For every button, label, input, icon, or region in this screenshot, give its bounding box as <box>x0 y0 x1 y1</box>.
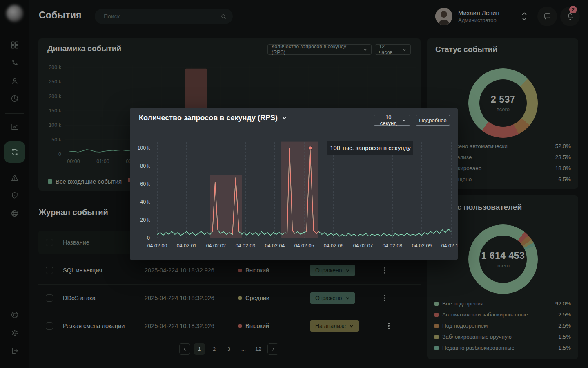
svg-text:250 k: 250 k <box>49 79 61 85</box>
pie-chart-icon <box>10 94 19 103</box>
user-name: Михаил Левин <box>458 9 499 16</box>
table-row[interactable]: Резкая смена локации 2025-04-224 10:18:3… <box>38 312 421 340</box>
legend-percent: 2.5% <box>558 312 571 318</box>
sidebar-item-dashboard[interactable] <box>7 37 23 53</box>
app-window: События Михаил Левин Администратор 2 Дин… <box>0 0 588 368</box>
sidebar-divider <box>5 113 24 114</box>
row-checkbox[interactable] <box>46 267 53 274</box>
sidebar-item-logout[interactable] <box>7 343 23 359</box>
legend-percent: 6.5% <box>558 176 571 182</box>
next-page-button[interactable] <box>267 343 278 355</box>
legend-item: Автоматически заблокированные2.5% <box>434 312 571 318</box>
legend-swatch <box>48 179 52 184</box>
rps-modal: Количество запросов в секунду (RPS) 10 с… <box>130 108 458 260</box>
messages-button[interactable] <box>537 7 557 26</box>
globe-icon <box>10 209 19 218</box>
page-button-2[interactable]: 2 <box>209 343 220 355</box>
avatar[interactable] <box>435 8 452 25</box>
svg-text:04:02:10: 04:02:10 <box>441 243 458 249</box>
table-row[interactable]: SQL инъекция 2025-04-224 10:18:32.926 Вы… <box>38 256 421 284</box>
status-dropdown[interactable]: Отражено <box>310 265 355 276</box>
sidebar-item-network[interactable] <box>7 205 23 222</box>
legend-percent: 2.5% <box>558 323 571 329</box>
sidebar-item-reports[interactable] <box>7 90 23 107</box>
legend-label: Автоматически заблокированные <box>442 312 528 318</box>
user-icon <box>10 76 19 85</box>
user-status-total: 1 614 453 <box>481 250 525 261</box>
gear-icon <box>10 328 19 337</box>
row-menu-button[interactable] <box>381 267 389 274</box>
svg-text:40 k: 40 k <box>140 199 150 205</box>
svg-text:04:02:03: 04:02:03 <box>236 243 256 249</box>
shield-icon <box>10 191 19 200</box>
journal-title: Журнал событий <box>39 208 108 217</box>
svg-text:20 k: 20 k <box>140 217 150 223</box>
sidebar-item-settings[interactable] <box>7 325 23 341</box>
prev-page-button[interactable] <box>179 343 190 355</box>
status-label: Отражено <box>315 267 342 274</box>
page-button-1[interactable]: 1 <box>194 343 205 355</box>
grid-icon <box>10 40 19 49</box>
svg-text:04:02:05: 04:02:05 <box>294 243 314 249</box>
severity-label: Высокий <box>245 267 269 274</box>
sidebar-item-users[interactable] <box>7 73 23 89</box>
svg-text:80 k: 80 k <box>140 163 150 169</box>
row-checkbox[interactable] <box>46 322 53 330</box>
chat-bubble-icon <box>543 12 552 21</box>
table-row[interactable]: DDoS атака 2025-04-224 10:18:32.926 Сред… <box>38 284 421 312</box>
legend-percent: 1.5% <box>558 345 571 351</box>
user-menu-chevrons[interactable] <box>521 11 528 22</box>
row-menu-button[interactable] <box>381 295 389 301</box>
svg-text:0: 0 <box>147 235 150 241</box>
svg-text:00:00: 00:00 <box>67 159 80 164</box>
page-title: События <box>39 10 82 21</box>
legend-percent: 52.0% <box>555 143 571 149</box>
severity-dot <box>238 296 242 300</box>
svg-text:100 k: 100 k <box>137 145 150 151</box>
svg-text:04:02:06: 04:02:06 <box>324 243 344 249</box>
sidebar-item-support[interactable] <box>7 307 23 323</box>
column-name: Название <box>63 239 89 246</box>
user-status-total-label: всего <box>497 263 510 269</box>
page-button-3[interactable]: 3 <box>223 343 234 355</box>
legend-label: Недавно разблокированные <box>442 345 514 351</box>
chart-tooltip: 100 тыс. запросов в секунду <box>327 141 413 155</box>
event-date: 2025-04-224 10:18:32.926 <box>145 295 238 301</box>
line-chart-icon <box>10 122 19 131</box>
legend-item: Под подозрением2.5% <box>434 323 571 329</box>
rps-line-chart: 100 k80 k60 k40 k20 k004:02:0004:02:0104… <box>130 108 458 260</box>
legend-item: Вне подозрения92.0% <box>434 301 571 307</box>
svg-text:04:02:04: 04:02:04 <box>265 243 285 249</box>
svg-text:50 k: 50 k <box>51 137 61 143</box>
search-input[interactable] <box>103 13 220 20</box>
status-dropdown[interactable]: На анализе <box>310 320 359 332</box>
legend-swatch <box>434 346 439 350</box>
sync-icon <box>10 147 20 157</box>
event-status-total: 2 537 <box>491 94 515 105</box>
status-label: На анализе <box>315 323 346 329</box>
status-label: Отражено <box>315 295 342 301</box>
page-button-12[interactable]: 12 <box>253 343 264 355</box>
sidebar-item-events-active[interactable] <box>4 141 25 163</box>
pagination: 1 2 3 ... 12 <box>179 343 278 355</box>
user-role: Администратор <box>458 17 497 23</box>
sidebar-item-calls[interactable] <box>7 55 23 71</box>
legend-percent: 18.0% <box>555 165 571 171</box>
sidebar-item-analytics[interactable] <box>7 119 23 135</box>
search-bar[interactable] <box>95 9 233 24</box>
sidebar-item-security[interactable] <box>7 187 23 204</box>
legend-label: Заблокированные вручную <box>442 334 512 340</box>
select-all-checkbox[interactable] <box>46 239 53 246</box>
event-date: 2025-04-224 10:18:32.926 <box>145 323 238 329</box>
row-checkbox[interactable] <box>46 294 53 302</box>
svg-text:150 k: 150 k <box>49 108 61 114</box>
severity-label: Средний <box>245 295 270 301</box>
row-menu-button[interactable] <box>385 323 393 329</box>
warning-triangle-icon <box>10 173 19 182</box>
event-name: Резкая смена локации <box>63 323 145 329</box>
event-status-total-label: всего <box>497 106 510 112</box>
user-status-legend: Вне подозрения92.0% Автоматически заблок… <box>434 301 571 351</box>
status-dropdown[interactable]: Отражено <box>310 292 355 304</box>
legend-label: Под подозрением <box>442 323 488 329</box>
sidebar-item-alerts[interactable] <box>7 170 23 186</box>
